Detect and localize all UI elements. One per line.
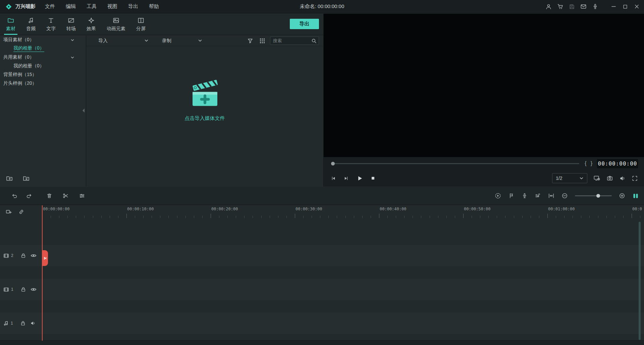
tab-elements[interactable]: 动画元素 (105, 14, 127, 35)
ruler-label: 00:01:00:00 (548, 207, 575, 211)
render-preview-icon[interactable] (494, 192, 501, 199)
close-button[interactable] (634, 4, 639, 9)
chevron-down-icon (144, 39, 149, 43)
audio-track-1-lane[interactable] (0, 313, 644, 334)
tab-splitscreen[interactable]: 分屏 (134, 14, 148, 35)
titlebar-icons (545, 3, 639, 10)
sidebar-item-my-album-project[interactable]: 我的相册（0） (0, 44, 86, 53)
play-button[interactable] (357, 175, 363, 182)
lock-icon[interactable] (20, 321, 25, 326)
eye-icon[interactable] (31, 287, 37, 292)
search-box[interactable] (270, 37, 319, 45)
mute-speaker-icon[interactable] (30, 321, 36, 326)
store-cart-icon[interactable] (557, 3, 564, 10)
link-clips-icon[interactable] (18, 209, 24, 215)
zoom-out-icon[interactable] (561, 193, 568, 199)
chevron-down-icon[interactable] (70, 56, 74, 60)
tab-media[interactable]: 素材 (4, 14, 17, 35)
video-track-1-lane[interactable] (0, 279, 644, 300)
sidebar-item-my-album-shared[interactable]: 我的相册（0） (0, 62, 86, 70)
marker-flag-icon[interactable] (508, 193, 515, 199)
seek-handle[interactable] (331, 162, 335, 165)
chevron-down-icon[interactable] (70, 38, 74, 42)
add-folder-icon[interactable] (6, 175, 13, 182)
menu-help[interactable]: 帮助 (149, 3, 159, 10)
timeline-ruler[interactable]: 00:00:00:00 00:00:10:00 00:00:20:00 00:0… (42, 205, 644, 218)
filter-icon[interactable] (247, 38, 253, 44)
lock-icon[interactable] (21, 287, 26, 292)
export-button[interactable]: 导出 (290, 19, 319, 29)
snapshot-camera-icon[interactable] (606, 175, 613, 182)
menu-view[interactable]: 视图 (107, 3, 117, 10)
chevron-down-icon (198, 39, 202, 43)
audio-track-icon (3, 321, 9, 326)
menu-export[interactable]: 导出 (128, 3, 138, 10)
sidebar-collapse-handle[interactable] (83, 109, 85, 113)
sidebar-item-background-samples[interactable]: 背景样例（15） (0, 70, 86, 79)
mark-in-icon[interactable]: { (585, 160, 586, 166)
compare-view-icon[interactable] (632, 193, 639, 199)
track-header-tools (0, 205, 42, 218)
grid-view-icon[interactable] (259, 38, 265, 44)
account-icon[interactable] (545, 3, 552, 10)
sidebar-item-label: 我的相册（0） (13, 63, 44, 69)
track-number: 1 (11, 321, 13, 326)
zoom-in-icon[interactable] (619, 193, 625, 199)
save-icon[interactable] (569, 4, 575, 10)
video-track-2-lane[interactable] (0, 245, 644, 266)
fullscreen-icon[interactable] (632, 175, 638, 182)
voiceover-mic-icon[interactable] (522, 193, 528, 199)
import-dropdown[interactable]: 导入 (98, 36, 149, 46)
delete-icon[interactable] (46, 193, 52, 199)
timeline-toolbar (0, 187, 644, 205)
zoom-slider-knob[interactable] (596, 194, 600, 198)
volume-icon[interactable] (619, 175, 626, 182)
lock-icon[interactable] (21, 253, 26, 258)
split-scissors-icon[interactable] (62, 193, 69, 199)
menu-edit[interactable]: 编辑 (66, 3, 76, 10)
mark-out-icon[interactable]: } (591, 160, 592, 166)
previous-frame-button[interactable] (330, 176, 336, 181)
playhead-cut-handle[interactable] (42, 250, 48, 266)
preview-pane: { } 00:00:00:00 1/2 (323, 14, 644, 187)
sidebar-item-intro-samples[interactable]: 片头样例（20） (0, 79, 86, 88)
minimize-button[interactable] (611, 4, 616, 9)
display-settings-icon[interactable] (593, 175, 600, 182)
timeline-zoom-slider[interactable] (575, 195, 612, 196)
menu-file[interactable]: 文件 (45, 3, 55, 10)
window-controls (611, 4, 639, 9)
tab-transitions[interactable]: 转场 (64, 14, 78, 35)
add-to-track-icon[interactable] (5, 209, 12, 215)
next-frame-button[interactable] (343, 176, 349, 181)
scrubber-row: { } 00:00:00:00 (324, 157, 644, 170)
import-media-dropzone[interactable]: 点击导入媒体文件 (86, 76, 323, 122)
stop-button[interactable] (370, 176, 376, 181)
menu-tools[interactable]: 工具 (87, 3, 97, 10)
tab-effects[interactable]: 效果 (85, 14, 98, 35)
record-dropdown[interactable]: 录制 (162, 36, 202, 46)
zoom-to-fit-icon[interactable] (548, 193, 554, 199)
undo-icon[interactable] (11, 193, 18, 199)
clapperboard-import-icon (185, 76, 224, 111)
mic-icon[interactable] (592, 3, 598, 10)
delete-folder-icon[interactable] (23, 175, 30, 182)
tab-audio[interactable]: 音频 (24, 14, 38, 35)
timeline-vertical-scrollbar[interactable] (639, 222, 641, 340)
eye-icon[interactable] (31, 253, 37, 258)
search-icon[interactable] (311, 38, 317, 44)
audio-beat-icon[interactable] (535, 193, 541, 199)
seek-bar[interactable] (332, 163, 579, 164)
maximize-button[interactable] (623, 4, 628, 9)
sidebar-item-shared-media[interactable]: 共用素材（0） (0, 53, 86, 62)
tab-text[interactable]: 文字 (44, 14, 58, 35)
track-number: 1 (11, 287, 13, 292)
timeline-bottom-strip (0, 340, 644, 345)
music-note-icon (27, 17, 35, 24)
preview-zoom-dropdown[interactable]: 1/2 (552, 173, 587, 183)
redo-icon[interactable] (26, 193, 32, 199)
mail-icon[interactable] (580, 3, 587, 10)
timeline: 00:00:00:00 00:00:10:00 00:00:20:00 00:0… (0, 205, 644, 345)
clip-properties-icon[interactable] (79, 193, 85, 199)
playhead[interactable] (42, 205, 43, 341)
sidebar-item-project-media[interactable]: 项目素材（0） (0, 36, 86, 44)
